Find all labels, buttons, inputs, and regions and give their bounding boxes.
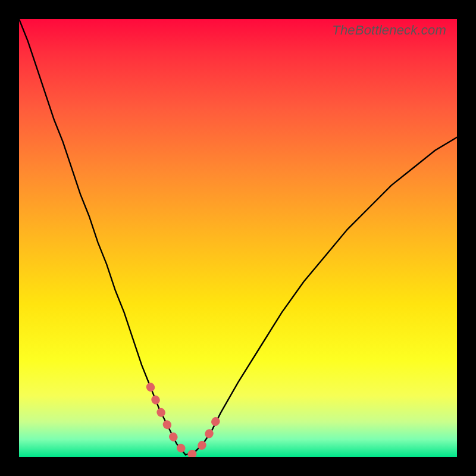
chart-svg — [19, 19, 457, 457]
plot-area: TheBottleneck.com — [19, 19, 457, 457]
marker-segment — [151, 387, 221, 455]
outer-frame: TheBottleneck.com — [0, 0, 476, 476]
bottleneck-curve — [19, 19, 457, 455]
